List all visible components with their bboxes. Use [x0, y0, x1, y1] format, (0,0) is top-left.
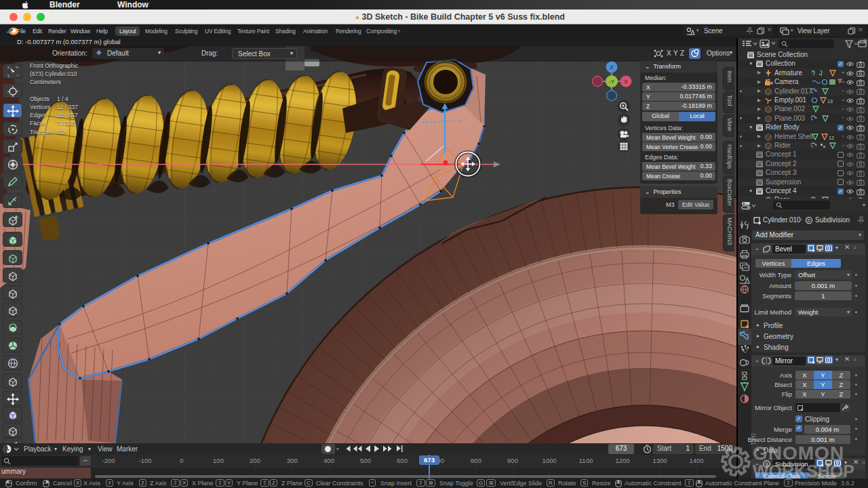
svg-text:X: X	[624, 79, 628, 85]
svg-text:12: 12	[829, 136, 834, 140]
svg-text:13: 13	[827, 99, 833, 104]
svg-text:Z: Z	[610, 64, 614, 70]
svg-text:-Y: -Y	[609, 79, 615, 85]
